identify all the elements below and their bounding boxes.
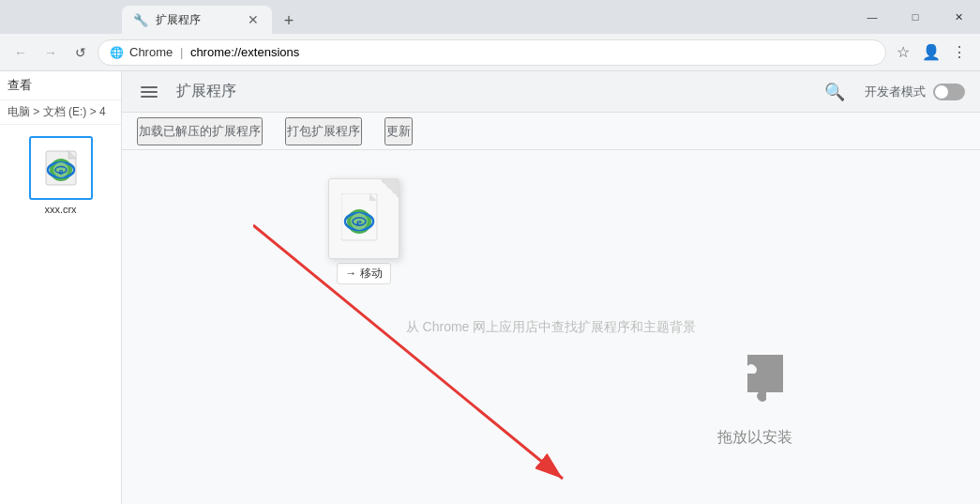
back-button[interactable]: ← <box>8 39 34 66</box>
tab-strip: 🔧 扩展程序 ✕ + <box>0 0 302 34</box>
address-bar: ← → ↺ 🌐 Chrome | chrome://extensions ☆ 👤… <box>0 34 980 71</box>
close-button[interactable]: ✕ <box>937 0 980 34</box>
pack-extension-button[interactable]: 打包扩展程序 <box>285 117 362 145</box>
drop-target: 拖放以安装 <box>717 345 792 448</box>
svg-line-9 <box>253 225 563 479</box>
drag-arrow <box>253 206 628 504</box>
file-explorer-panel: 查看 电脑 > 文档 (E:) > 4 e <box>0 71 122 504</box>
extensions-menu-button[interactable] <box>137 83 161 101</box>
svg-text:e: e <box>58 165 63 176</box>
bookmark-button[interactable]: ☆ <box>890 39 916 66</box>
main-layout: 查看 电脑 > 文档 (E:) > 4 e <box>0 71 980 504</box>
search-icon: 🔍 <box>824 82 845 102</box>
window-controls: — □ ✕ <box>851 0 980 34</box>
secure-icon: 🌐 <box>110 46 124 59</box>
extensions-page-title: 扩展程序 <box>176 82 236 101</box>
load-extension-button[interactable]: 加载已解压的扩展程序 <box>137 117 263 145</box>
window-frame: 🔧 扩展程序 ✕ + — □ ✕ ← → ↺ 🌐 Chrome | chrome… <box>0 0 980 504</box>
omnibox[interactable]: 🌐 Chrome | chrome://extensions <box>98 39 886 66</box>
puzzle-icon <box>717 345 792 420</box>
extensions-main-area: 从 Chrome 网上应用店中查找扩展程序和主题背景 <box>122 150 980 504</box>
update-button[interactable]: 更新 <box>384 117 413 145</box>
tab-title: 扩展程序 <box>156 12 238 28</box>
active-tab[interactable]: 🔧 扩展程序 ✕ <box>122 6 272 34</box>
minimize-button[interactable]: — <box>851 0 894 34</box>
crx-file-label: xxx.crx <box>44 204 76 215</box>
file-explorer-toolbar: 查看 <box>0 71 121 100</box>
maximize-button[interactable]: □ <box>894 0 937 34</box>
refresh-button[interactable]: ↺ <box>68 39 94 66</box>
drop-label: 拖放以安装 <box>717 428 792 448</box>
tab-favicon-icon: 🔧 <box>133 13 148 27</box>
dragged-file-icon-wrapper: e <box>328 178 400 259</box>
view-label: 查看 <box>8 78 32 92</box>
address-actions: ☆ 👤 ⋮ <box>890 39 972 66</box>
new-tab-button[interactable]: + <box>276 8 302 34</box>
ie-icon: e <box>42 149 80 187</box>
url-display: Chrome | chrome://extensions <box>129 45 299 59</box>
breadcrumb: 电脑 > 文档 (E:) > 4 <box>0 100 121 125</box>
extensions-action-bar: 加载已解压的扩展程序 打包扩展程序 更新 <box>122 113 980 150</box>
extensions-search-button[interactable]: 🔍 <box>820 77 850 107</box>
empty-hint: 从 Chrome 网上应用店中查找扩展程序和主题背景 <box>406 319 697 336</box>
move-label: → 移动 <box>337 263 390 284</box>
dev-mode-container: 开发者模式 <box>865 84 965 100</box>
svg-text:e: e <box>356 215 362 229</box>
dev-mode-toggle[interactable] <box>933 84 965 100</box>
dragged-ie-icon: e <box>341 193 386 244</box>
dev-mode-label: 开发者模式 <box>865 84 926 100</box>
forward-button[interactable]: → <box>38 39 64 66</box>
extensions-header: 扩展程序 🔍 开发者模式 <box>122 71 980 113</box>
title-bar: 🔧 扩展程序 ✕ + — □ ✕ <box>0 0 980 34</box>
crx-file-icon-wrapper: e <box>29 136 93 200</box>
account-button[interactable]: 👤 <box>918 39 944 66</box>
tab-close-button[interactable]: ✕ <box>246 12 261 27</box>
menu-button[interactable]: ⋮ <box>946 39 972 66</box>
chrome-extensions-page: 扩展程序 🔍 开发者模式 加载已解压的扩展程序 打包扩展程序 更新 从 Chro… <box>122 71 980 504</box>
crx-file-item[interactable]: e xxx.crx <box>22 132 100 219</box>
dragged-file: e → 移动 <box>328 178 400 284</box>
